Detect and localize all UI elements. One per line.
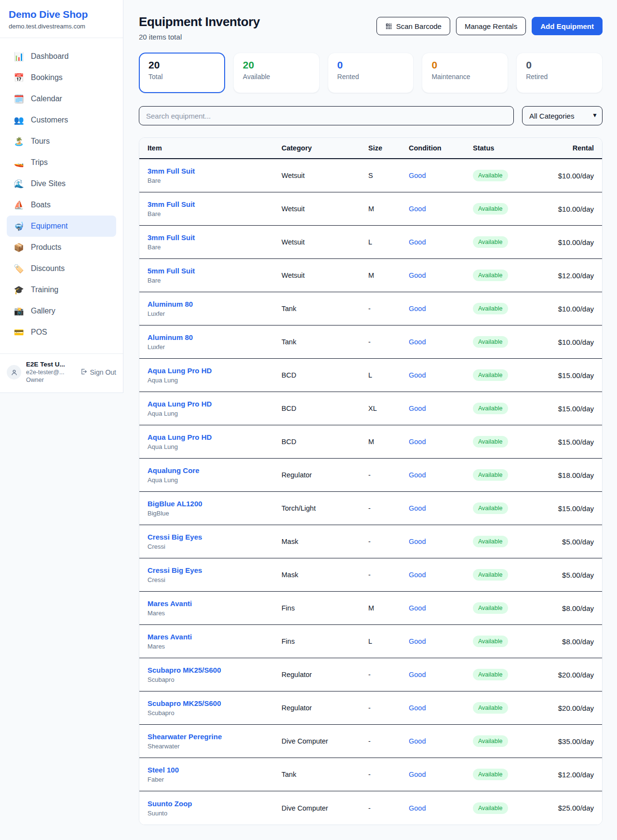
category-cell: Regulator [282, 671, 368, 678]
nav-label: Calendar [31, 95, 62, 103]
rental-price-cell: $20.00/day [555, 704, 594, 712]
sidebar-item-equipment[interactable]: 🤿 Equipment [7, 216, 116, 237]
item-name-link[interactable]: Cressi Big Eyes [148, 533, 282, 541]
user-email: e2e-tester@... [26, 369, 65, 377]
sidebar-item-customers[interactable]: 👥 Customers [7, 109, 116, 131]
stat-card-retired[interactable]: 0 Retired [516, 53, 603, 93]
item-name-link[interactable]: Shearwater Peregrine [148, 732, 282, 741]
sidebar-item-discounts[interactable]: 🏷️ Discounts [7, 258, 116, 279]
item-brand: Scubapro [148, 709, 282, 717]
condition-link[interactable]: Good [409, 471, 426, 479]
item-name-link[interactable]: Suunto Zoop [148, 799, 282, 808]
item-name-link[interactable]: Aluminum 80 [148, 333, 282, 341]
icon-tours: 🏝️ [13, 136, 24, 147]
stat-card-maintenance[interactable]: 0 Maintenance [422, 53, 508, 93]
size-cell: S [368, 172, 409, 179]
item-brand: Faber [148, 776, 282, 783]
condition-link[interactable]: Good [409, 172, 426, 179]
table-row: Steel 100 Faber Tank - Good Available $1… [139, 758, 602, 791]
sidebar-item-tours[interactable]: 🏝️ Tours [7, 131, 116, 152]
condition-link[interactable]: Good [409, 704, 426, 712]
stat-card-rented[interactable]: 0 Rented [328, 53, 414, 93]
icon-gallery: 📸 [13, 306, 24, 316]
condition-link[interactable]: Good [409, 238, 426, 246]
size-cell: M [368, 438, 409, 446]
item-name-link[interactable]: Cressi Big Eyes [148, 566, 282, 574]
item-name-link[interactable]: Aqua Lung Pro HD [148, 366, 282, 375]
brand-name[interactable]: Demo Dive Shop [9, 9, 114, 20]
condition-link[interactable]: Good [409, 771, 426, 778]
manage-rentals-button[interactable]: Manage Rentals [456, 17, 526, 35]
category-cell: Torch/Light [282, 504, 368, 512]
condition-link[interactable]: Good [409, 438, 426, 446]
sidebar-item-products[interactable]: 📦 Products [7, 237, 116, 258]
condition-link[interactable]: Good [409, 205, 426, 213]
brand-block[interactable]: Demo Dive Shop demo.test.divestreams.com [0, 0, 123, 38]
item-name-link[interactable]: Scubapro MK25/S600 [148, 699, 282, 707]
sign-out-button[interactable]: Sign Out [80, 368, 116, 377]
stat-value: 20 [148, 59, 215, 71]
stat-card-total[interactable]: 20 Total [139, 53, 225, 93]
icon-training: 🎓 [13, 285, 24, 295]
category-cell: BCD [282, 371, 368, 379]
search-input[interactable] [139, 106, 514, 125]
category-cell: Tank [282, 305, 368, 312]
sidebar-item-dashboard[interactable]: 📊 Dashboard [7, 46, 116, 67]
category-cell: Tank [282, 338, 368, 346]
condition-link[interactable]: Good [409, 338, 426, 346]
condition-link[interactable]: Good [409, 305, 426, 312]
condition-link[interactable]: Good [409, 571, 426, 579]
condition-link[interactable]: Good [409, 271, 426, 279]
condition-link[interactable]: Good [409, 637, 426, 645]
item-name-link[interactable]: Steel 100 [148, 766, 282, 774]
icon-pos: 💳 [13, 327, 24, 338]
sidebar-item-trips[interactable]: 🚤 Trips [7, 152, 116, 173]
item-name-link[interactable]: 3mm Full Suit [148, 167, 282, 175]
item-name-link[interactable]: Aluminum 80 [148, 300, 282, 308]
condition-link[interactable]: Good [409, 671, 426, 678]
item-name-link[interactable]: 3mm Full Suit [148, 233, 282, 242]
sidebar-item-calendar[interactable]: 🗓️ Calendar [7, 88, 116, 109]
condition-link[interactable]: Good [409, 804, 426, 812]
nav-label: Dive Sites [31, 179, 66, 188]
table-row: 3mm Full Suit Bare Wetsuit L Good Availa… [139, 226, 602, 259]
condition-link[interactable]: Good [409, 371, 426, 379]
add-equipment-button[interactable]: Add Equipment [532, 17, 603, 35]
column-header-size: Size [368, 144, 409, 152]
category-select[interactable]: All Categories [522, 106, 603, 125]
table-row: Aluminum 80 Luxfer Tank - Good Available… [139, 325, 602, 359]
condition-link[interactable]: Good [409, 604, 426, 612]
item-name-link[interactable]: 5mm Full Suit [148, 267, 282, 275]
rental-price-cell: $15.00/day [555, 405, 594, 413]
item-name-link[interactable]: 3mm Full Suit [148, 200, 282, 208]
item-name-link[interactable]: Aqua Lung Pro HD [148, 433, 282, 441]
table-row: Scubapro MK25/S600 Scubapro Regulator - … [139, 691, 602, 725]
barcode-icon [385, 23, 392, 30]
item-name-link[interactable]: Scubapro MK25/S600 [148, 666, 282, 674]
item-name-link[interactable]: BigBlue AL1200 [148, 500, 282, 508]
user-box: E2E Test U... e2e-tester@... Owner Sign … [0, 353, 123, 388]
sidebar-item-pos[interactable]: 💳 POS [7, 322, 116, 343]
size-cell: - [368, 305, 409, 312]
size-cell: - [368, 737, 409, 745]
scan-barcode-button[interactable]: Scan Barcode [376, 17, 450, 35]
sidebar-item-training[interactable]: 🎓 Training [7, 279, 116, 300]
icon-boats: ⛵ [13, 200, 24, 210]
category-cell: Dive Computer [282, 804, 368, 812]
table-row: 3mm Full Suit Bare Wetsuit M Good Availa… [139, 192, 602, 226]
stat-card-available[interactable]: 20 Available [233, 53, 320, 93]
item-name-link[interactable]: Aqua Lung Pro HD [148, 400, 282, 408]
sidebar-item-boats[interactable]: ⛵ Boats [7, 194, 116, 216]
page-header: Equipment Inventory 20 items total Scan … [139, 14, 603, 41]
item-name-link[interactable]: Mares Avanti [148, 599, 282, 608]
item-name-link[interactable]: Mares Avanti [148, 633, 282, 641]
condition-link[interactable]: Good [409, 538, 426, 545]
sidebar-item-bookings[interactable]: 📅 Bookings [7, 67, 116, 88]
condition-link[interactable]: Good [409, 737, 426, 745]
item-name-link[interactable]: Aqualung Core [148, 466, 282, 474]
sidebar-item-gallery[interactable]: 📸 Gallery [7, 300, 116, 322]
sidebar-nav: 📊 Dashboard 📅 Bookings 🗓️ Calendar 👥 Cus… [0, 38, 123, 348]
condition-link[interactable]: Good [409, 405, 426, 412]
sidebar-item-dive-sites[interactable]: 🌊 Dive Sites [7, 173, 116, 194]
condition-link[interactable]: Good [409, 504, 426, 512]
